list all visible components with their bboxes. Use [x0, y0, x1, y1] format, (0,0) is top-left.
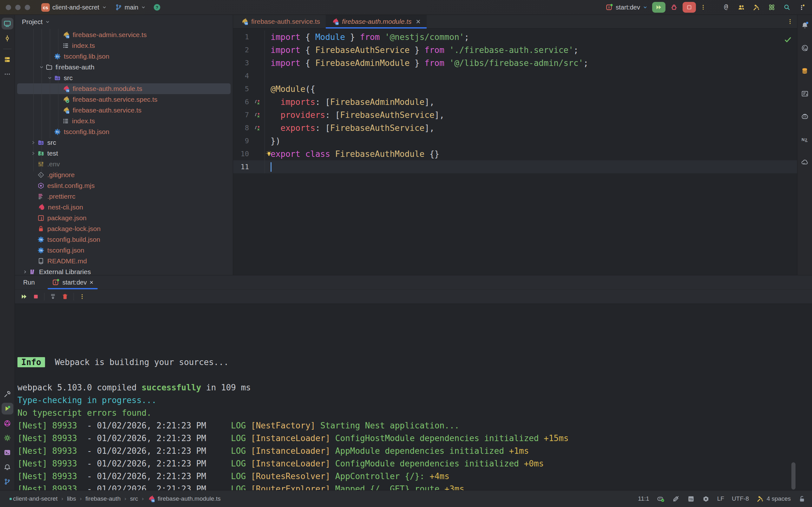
code-editor[interactable]: 1import { Module } from '@nestjs/common'… [233, 29, 797, 275]
tree-item-tsconfig-build-json[interactable]: TStsconfig.build.json [17, 234, 231, 245]
project-panel-header[interactable]: Project [15, 15, 233, 29]
cloud-tool-button[interactable] [799, 156, 811, 168]
help-icon[interactable]: ? [152, 2, 162, 13]
rerun-button[interactable] [652, 2, 665, 13]
window-minimize-button[interactable] [15, 5, 20, 10]
settings-menu-icon[interactable] [797, 2, 808, 13]
editor-tab-firebase-auth-service-ts[interactable]: TSfirebase-auth.service.ts [235, 15, 326, 28]
documentation-tool-button[interactable] [799, 88, 811, 100]
scroll-to-end-button[interactable] [49, 293, 56, 300]
tree-item-index-ts[interactable]: index.ts [17, 116, 231, 126]
file-writable[interactable] [798, 495, 806, 503]
code-line-5[interactable]: 5@Module({ [233, 82, 797, 95]
code-line-9[interactable]: 9}) [233, 134, 797, 147]
caret-position[interactable]: 11:1 [638, 495, 649, 502]
commit-tool-button[interactable] [2, 32, 13, 44]
tree-item-src[interactable]: </>src [17, 72, 231, 83]
copilot-chat-tool-button[interactable] [799, 111, 811, 122]
code-with-me-icon[interactable] [736, 2, 747, 13]
run-console[interactable]: Info Webpack is building your sources...… [15, 304, 812, 490]
build-tools-icon[interactable] [751, 2, 762, 13]
close-icon[interactable]: × [90, 279, 93, 286]
tree-item-package-lock-json[interactable]: package-lock.json [17, 223, 231, 234]
chevron-right-icon[interactable] [21, 269, 29, 274]
tree-item-firebase-auth-module-ts[interactable]: TSfirebase-auth.module.ts [17, 83, 231, 94]
ai-assistant-tool-button[interactable] [799, 42, 811, 54]
code-line-8[interactable]: 8f exports: [FirebaseAuthService], [233, 121, 797, 134]
tree-item-firebase-admin-service-ts[interactable]: TSfirebase-admin.service.ts [17, 30, 231, 40]
n2-plugin-tool-button[interactable]: N2 [799, 133, 811, 145]
code-line-1[interactable]: 1import { Module } from '@nestjs/common'… [233, 31, 797, 43]
breadcrumb-firebase-auth[interactable]: firebase-auth [85, 495, 120, 502]
run-tool-button[interactable] [2, 403, 13, 414]
stop-button[interactable] [33, 293, 39, 300]
tree-item--env[interactable]: .env [17, 159, 231, 170]
tree-item--prettierrc[interactable]: .prettierrc [17, 191, 231, 202]
code-line-6[interactable]: 6f imports: [FirebaseAdminModule], [233, 95, 797, 108]
console-scrollbar[interactable] [792, 462, 796, 490]
indent-config[interactable]: 4 spaces [757, 495, 791, 503]
tree-item-nest-cli-json[interactable]: nest-cli.json [17, 202, 231, 213]
intention-bulb-icon[interactable] [265, 151, 272, 158]
rerun-button[interactable] [20, 293, 28, 300]
tree-item-eslint-config-mjs[interactable]: eslint.config.mjs [17, 180, 231, 191]
clear-output-button[interactable] [61, 293, 68, 300]
tree-item-tsconfig-lib-json[interactable]: TStsconfig.lib.json [17, 51, 231, 62]
breadcrumb-client-and-secret[interactable]: client-and-secret [13, 495, 57, 502]
debug-button[interactable] [667, 2, 681, 13]
science-icon[interactable] [766, 2, 777, 13]
breadcrumb-libs[interactable]: libs [67, 495, 76, 502]
tree-item-package-json[interactable]: package.json [17, 213, 231, 223]
run-tab-start-dev[interactable]: start:dev × [48, 275, 98, 289]
services-tool-button[interactable] [2, 432, 13, 444]
terminal-tool-button[interactable] [2, 447, 13, 458]
code-line-11[interactable]: 11 [233, 160, 797, 173]
code-line-4[interactable]: 4 [233, 69, 797, 82]
project-widget[interactable]: cs client-and-secret [39, 2, 109, 13]
highlighting-level[interactable] [672, 495, 680, 503]
code-line-2[interactable]: 2import { FirebaseAuthService } from './… [233, 43, 797, 56]
tree-item-firebase-auth[interactable]: firebase-auth [17, 62, 231, 72]
tree-item-src[interactable]: </>src [17, 137, 231, 148]
tree-item--gitignore[interactable]: .gitignore [17, 170, 231, 180]
typescript-service[interactable]: TS [687, 495, 695, 503]
tree-item-firebase-auth-service-spec-ts[interactable]: firebase-auth.service.spec.ts [17, 94, 231, 105]
window-close-button[interactable] [6, 5, 11, 10]
mentions-icon[interactable]: @ [721, 2, 731, 13]
di-injection-gutter-icon[interactable]: f [254, 124, 261, 131]
database-tool-button[interactable] [799, 65, 811, 77]
tree-item-tsconfig-lib-json[interactable]: TStsconfig.lib.json [17, 126, 231, 137]
file-encoding[interactable]: UTF-8 [732, 495, 749, 502]
structure-tool-button[interactable] [2, 54, 13, 65]
copilot-status[interactable] [657, 495, 664, 503]
tree-item-readme-md[interactable]: README.md [17, 256, 231, 267]
tree-item-index-ts[interactable]: index.ts [17, 40, 231, 51]
problems-tool-button[interactable] [2, 461, 13, 473]
tree-item-external-libraries[interactable]: External Libraries [17, 267, 231, 275]
more-run-options-icon[interactable] [698, 2, 709, 13]
tree-item-tsconfig-json[interactable]: TStsconfig.json [17, 245, 231, 256]
window-zoom-button[interactable] [25, 5, 30, 10]
stop-button[interactable] [682, 2, 696, 13]
tree-item-firebase-auth-service-ts[interactable]: TSfirebase-auth.service.ts [17, 105, 231, 116]
run-configuration-widget[interactable]: start:dev [603, 2, 650, 12]
code-line-7[interactable]: 7f providers: [FirebaseAuthService], [233, 108, 797, 121]
notifications-tool-button[interactable] [799, 19, 811, 31]
editor-tab-firebase-auth-module-ts[interactable]: TSfirebase-auth.module.ts✕ [326, 15, 426, 28]
breadcrumb-src[interactable]: src [130, 495, 138, 502]
vcs-branch-widget[interactable]: main [113, 3, 148, 12]
project-tool-button[interactable] [2, 18, 13, 30]
di-injection-gutter-icon[interactable]: f [254, 112, 261, 118]
tree-item-test[interactable]: test [17, 148, 231, 159]
close-icon[interactable]: ✕ [416, 18, 421, 25]
di-injection-gutter-icon[interactable]: f [254, 99, 261, 105]
graphql-tool-button[interactable] [2, 417, 13, 429]
eslint-service[interactable] [702, 495, 710, 503]
build-tool-button[interactable] [2, 388, 13, 400]
search-everywhere-icon[interactable] [781, 2, 792, 13]
more-options-button[interactable] [79, 293, 85, 300]
breadcrumb-firebase-auth-module-ts[interactable]: TSfirebase-auth.module.ts [148, 495, 221, 503]
code-line-3[interactable]: 3import { FirebaseAdminModule } from '@/… [233, 56, 797, 69]
code-line-10[interactable]: 10export class FirebaseAuthModule {} [233, 147, 797, 160]
git-tool-button[interactable] [2, 475, 13, 487]
